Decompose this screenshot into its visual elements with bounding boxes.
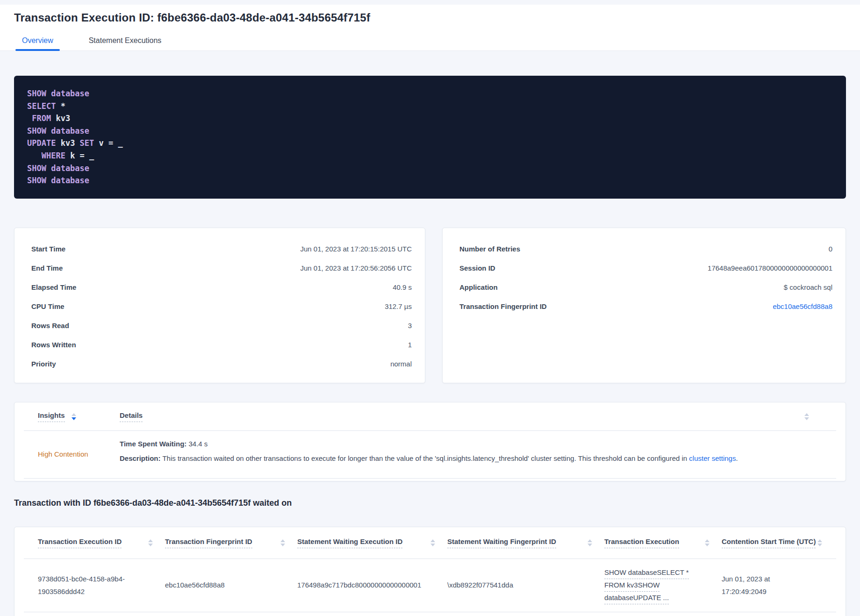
column-header-transaction-fingerprint-id: Transaction Fingerprint ID bbox=[165, 537, 297, 548]
insights-header-label[interactable]: Insights bbox=[38, 411, 65, 422]
waited-on-table-header: Transaction Execution ID Transaction Fin… bbox=[24, 527, 836, 559]
sort-down-arrow-icon bbox=[72, 417, 76, 420]
kv-row-end-time: End Time Jun 01, 2023 at 17:20:56:2056 U… bbox=[31, 258, 412, 278]
transaction-execution-line[interactable]: databaseUPDATE ... bbox=[604, 592, 669, 604]
sort-up-arrow-icon bbox=[148, 539, 153, 542]
sql-code-line: FROM kv3 bbox=[27, 112, 833, 125]
kv-value: 17648a9eea6017800000000000000001 bbox=[708, 264, 832, 272]
sql-code-line: SHOW database bbox=[27, 174, 833, 187]
kv-row-start-time: Start Time Jun 01, 2023 at 17:20:15:2015… bbox=[31, 239, 412, 258]
kv-row-application: Application $ cockroach sql bbox=[459, 278, 832, 297]
sort-up-arrow-icon bbox=[817, 539, 822, 542]
cluster-settings-link[interactable]: cluster settings bbox=[689, 454, 736, 462]
sort-down-arrow-icon bbox=[804, 417, 809, 420]
sort-icon[interactable] bbox=[588, 539, 592, 546]
sql-code-line: SELECT * bbox=[27, 100, 833, 113]
kv-label: End Time bbox=[31, 264, 63, 272]
transaction-fingerprint-link[interactable]: ebc10ae56cfd88a8 bbox=[773, 302, 832, 310]
sort-down-arrow-icon bbox=[817, 544, 822, 546]
execution-summary-card: Start Time Jun 01, 2023 at 17:20:15:2015… bbox=[14, 228, 425, 383]
time-spent-waiting-label: Time Spent Waiting: bbox=[120, 440, 186, 448]
sort-up-arrow-icon bbox=[804, 413, 809, 416]
summary-cards-row: Start Time Jun 01, 2023 at 17:20:15:2015… bbox=[14, 228, 846, 383]
tab-statement-executions[interactable]: Statement Executions bbox=[82, 36, 168, 50]
kv-value: normal bbox=[390, 360, 412, 368]
kv-value: 0 bbox=[829, 245, 832, 253]
description-text: This transaction waited on other transac… bbox=[161, 454, 689, 462]
sql-code-line: WHERE k = _ bbox=[27, 150, 833, 162]
kv-value: 3 bbox=[408, 322, 412, 329]
main-content: SHOW databaseSELECT * FROM kv3SHOW datab… bbox=[0, 76, 860, 616]
kv-label: CPU Time bbox=[31, 302, 64, 310]
kv-label: Rows Read bbox=[31, 322, 69, 329]
sort-down-arrow-icon bbox=[588, 544, 592, 546]
kv-label: Rows Written bbox=[31, 341, 76, 349]
kv-value: Jun 01, 2023 at 17:20:15:2015 UTC bbox=[300, 245, 412, 253]
sort-icon-insights[interactable] bbox=[72, 413, 76, 420]
kv-row-session-id: Session ID 17648a9eea6017800000000000000… bbox=[459, 258, 832, 278]
details-header-label[interactable]: Details bbox=[120, 411, 143, 422]
tab-statement-executions-label: Statement Executions bbox=[89, 36, 162, 44]
sort-icon-right[interactable] bbox=[804, 413, 809, 420]
transaction-execution-line[interactable]: SHOW databaseSELECT * bbox=[604, 566, 689, 579]
tabbar: Overview Statement Executions bbox=[14, 36, 846, 50]
sql-statements-box: SHOW databaseSELECT * FROM kv3SHOW datab… bbox=[14, 76, 846, 199]
tab-overview[interactable]: Overview bbox=[15, 36, 60, 50]
kv-value: 40.9 s bbox=[393, 283, 412, 291]
kv-row-retries: Number of Retries 0 bbox=[459, 239, 832, 258]
cell-transaction-execution-id: 9738d051-bc0e-4158-a9b4-1903586ddd42 bbox=[38, 573, 165, 598]
transaction-execution-line[interactable]: FROM kv3SHOW bbox=[604, 579, 659, 592]
insights-table: Insights Details High Contention Time Sp… bbox=[14, 402, 846, 481]
insight-high-contention-badge: High Contention bbox=[38, 439, 120, 469]
time-spent-waiting-line: Time Spent Waiting: 34.4 s bbox=[120, 439, 738, 449]
sql-code-line: SHOW database bbox=[27, 125, 833, 137]
column-header-statement-waiting-execution-id: Statement Waiting Execution ID bbox=[297, 537, 447, 548]
sort-down-arrow-icon bbox=[430, 544, 435, 546]
column-header-statement-waiting-fingerprint-id: Statement Waiting Fingerprint ID bbox=[447, 537, 604, 548]
kv-value: Jun 01, 2023 at 17:20:56:2056 UTC bbox=[300, 264, 412, 272]
time-spent-waiting-value: 34.4 s bbox=[186, 440, 208, 448]
sort-icon[interactable] bbox=[148, 539, 153, 546]
kv-label: Session ID bbox=[459, 264, 495, 272]
column-header-label[interactable]: Transaction Fingerprint ID bbox=[165, 537, 252, 548]
sql-code-line: UPDATE kv3 SET v = _ bbox=[27, 137, 833, 150]
sort-down-arrow-icon bbox=[280, 544, 285, 546]
sort-icon[interactable] bbox=[705, 539, 710, 546]
kv-label: Elapsed Time bbox=[31, 283, 76, 291]
sort-icon[interactable] bbox=[280, 539, 285, 546]
kv-row-rows-written: Rows Written 1 bbox=[31, 335, 412, 354]
insights-column-header: Insights bbox=[38, 411, 120, 422]
sort-icon[interactable] bbox=[430, 539, 435, 546]
column-header-label[interactable]: Statement Waiting Execution ID bbox=[297, 537, 402, 548]
description-suffix: . bbox=[736, 454, 738, 462]
insights-row: High Contention Time Spent Waiting: 34.4… bbox=[24, 431, 836, 479]
column-header-label[interactable]: Transaction Execution ID bbox=[38, 537, 122, 548]
kv-row-rows-read: Rows Read 3 bbox=[31, 316, 412, 335]
sort-down-arrow-icon bbox=[705, 544, 710, 546]
column-header-transaction-execution-id: Transaction Execution ID bbox=[38, 537, 165, 548]
waited-on-row: 9738d051-bc0e-4158-a9b4-1903586ddd42 ebc… bbox=[24, 559, 836, 612]
page-title: Transaction Execution ID: f6be6366-da03-… bbox=[14, 11, 846, 24]
sort-icon[interactable] bbox=[817, 539, 822, 546]
cell-transaction-execution-link[interactable]: SHOW databaseSELECT * FROM kv3SHOW datab… bbox=[604, 566, 722, 604]
kv-label: Transaction Fingerprint ID bbox=[459, 302, 547, 310]
column-header-label[interactable]: Transaction Execution bbox=[604, 537, 679, 548]
column-header-label[interactable]: Contention Start Time (UTC) bbox=[722, 537, 816, 548]
sort-up-arrow-icon bbox=[280, 539, 285, 542]
column-header-label[interactable]: Statement Waiting Fingerprint ID bbox=[447, 537, 556, 548]
sort-down-arrow-icon bbox=[148, 544, 153, 546]
kv-value: $ cockroach sql bbox=[784, 283, 832, 291]
kv-row-cpu-time: CPU Time 312.7 µs bbox=[31, 297, 412, 316]
tab-overview-label: Overview bbox=[22, 36, 53, 44]
kv-label: Number of Retries bbox=[459, 245, 520, 253]
details-column-header: Details bbox=[120, 411, 822, 422]
cell-transaction-fingerprint-id: ebc10ae56cfd88a8 bbox=[165, 579, 297, 591]
cell-contention-start-time: Jun 01, 2023 at 17:20:49:2049 bbox=[722, 573, 822, 598]
cell-statement-waiting-execution-id: 176498a9c717bdc80000000000000001 bbox=[297, 579, 447, 591]
sort-up-arrow-icon bbox=[588, 539, 592, 542]
waited-on-table: Transaction Execution ID Transaction Fin… bbox=[14, 527, 846, 616]
description-line: Description: This transaction waited on … bbox=[120, 454, 738, 463]
sort-up-arrow-icon bbox=[72, 413, 76, 416]
insight-details-cell: Time Spent Waiting: 34.4 s Description: … bbox=[120, 439, 738, 469]
kv-label: Priority bbox=[31, 360, 56, 368]
